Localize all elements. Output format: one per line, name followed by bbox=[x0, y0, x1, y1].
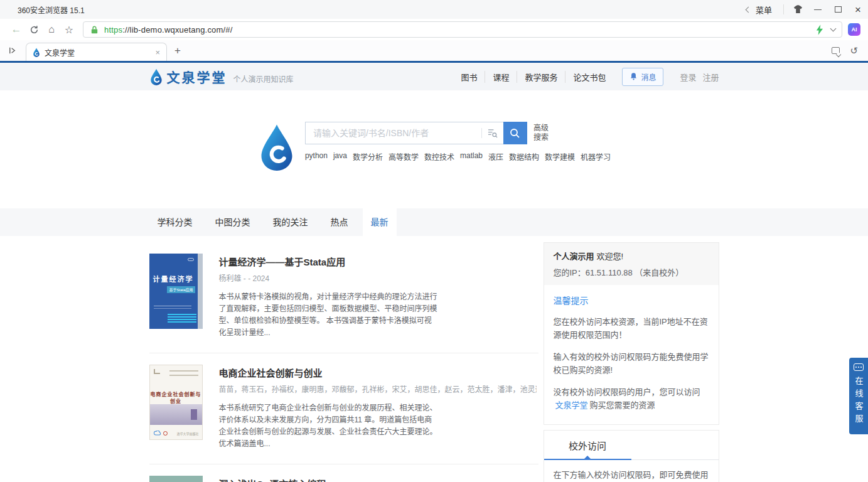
hot-keyword[interactable]: 数学分析 bbox=[353, 151, 383, 162]
browser-tab-title: 文泉学堂 bbox=[45, 47, 75, 58]
site-header: 文泉学堂 个人演示用知识库 图书 课程 教学服务 论文书包 消息 登录 注册 bbox=[0, 63, 868, 90]
cover-title: 电商企业社会创新与创业 bbox=[150, 390, 202, 404]
auth-links: 登录 注册 bbox=[680, 71, 719, 83]
book-cover[interactable]: 深入浅出 Go语言核心编程 bbox=[149, 476, 203, 482]
magnifier-icon bbox=[510, 128, 520, 139]
tab-clc-category[interactable]: 中图分类 bbox=[207, 208, 259, 236]
tip-text: 您在校外访问本校资源，当前IP地址不在资源使用权限范围内！ bbox=[554, 315, 709, 341]
refresh-icon bbox=[29, 25, 39, 35]
bookmark-button[interactable]: ☆ bbox=[60, 21, 78, 38]
combined-search-icon[interactable] bbox=[482, 128, 503, 138]
hot-keyword[interactable]: 数学建模 bbox=[545, 151, 575, 162]
tab-hot[interactable]: 热点 bbox=[323, 208, 356, 236]
hot-keywords: python java 数学分析 高等数学 数控技术 matlab 液压 数据结… bbox=[305, 151, 611, 162]
bell-icon bbox=[630, 72, 638, 81]
welcome-card: 个人演示用欢迎您! 您的IP：61.51.110.88 （来自校外） 温馨提示 … bbox=[544, 242, 719, 425]
tab-close-button[interactable]: × bbox=[155, 48, 160, 57]
nav-item-teaching[interactable]: 教学服务 bbox=[517, 71, 565, 83]
maximize-button[interactable] bbox=[828, 0, 848, 19]
tab-subject-category[interactable]: 学科分类 bbox=[149, 208, 201, 236]
search-button[interactable] bbox=[503, 122, 527, 144]
hot-keyword[interactable]: 液压 bbox=[488, 151, 503, 162]
back-icon: ← bbox=[11, 23, 22, 36]
site-logo-icon[interactable] bbox=[149, 68, 163, 85]
theme-skin-button[interactable] bbox=[788, 0, 808, 19]
tip-text: 没有校外访问权限码的用户，您可以访问文泉学堂购买您需要的资源 bbox=[554, 385, 709, 412]
wqxuetang-link[interactable]: 文泉学堂 bbox=[555, 400, 588, 410]
close-icon: × bbox=[855, 4, 861, 15]
cover-cloud-logo-icon bbox=[188, 258, 194, 261]
hot-keyword[interactable]: 数控技术 bbox=[424, 151, 454, 162]
restore-tab-icon[interactable]: ↺ bbox=[850, 45, 858, 56]
book-title[interactable]: 计量经济学——基于Stata应用 bbox=[219, 255, 437, 268]
online-service-button[interactable]: 在线客服 bbox=[849, 358, 868, 434]
ip-line: 您的IP：61.51.110.88 （来自校外） bbox=[554, 266, 709, 278]
tab-offcampus-access[interactable]: 校外访问 bbox=[544, 431, 631, 459]
online-service-label: 在线客服 bbox=[853, 377, 865, 427]
tips-title[interactable]: 温馨提示 bbox=[554, 294, 709, 306]
tabstrip-actions: ↺ bbox=[832, 45, 860, 56]
welcome-block: 个人演示用欢迎您! 您的IP：61.51.110.88 （来自校外） bbox=[544, 243, 719, 285]
cover-footer-lines bbox=[154, 306, 191, 309]
menu-button[interactable]: 菜单 bbox=[756, 4, 772, 16]
category-tabbar: 学科分类 中图分类 我的关注 热点 最新 bbox=[0, 208, 868, 236]
login-link[interactable]: 登录 bbox=[680, 71, 696, 83]
access-tabs: 校外访问 bbox=[544, 431, 719, 460]
tab-list-icon[interactable] bbox=[832, 47, 840, 54]
new-tab-button[interactable]: + bbox=[174, 45, 181, 57]
window-title: 360安全浏览器 15.1 bbox=[18, 4, 85, 15]
hot-keyword[interactable]: java bbox=[333, 151, 347, 162]
book-title[interactable]: 电商企业社会创新与创业 bbox=[219, 366, 537, 379]
addressbar-actions bbox=[815, 24, 835, 35]
register-link[interactable]: 注册 bbox=[702, 71, 719, 83]
hot-keyword[interactable]: 机器学习 bbox=[581, 151, 611, 162]
book-cover[interactable]: 电商企业社会创新与创业 清华大学出版社 bbox=[149, 365, 203, 440]
speed-lightning-icon[interactable] bbox=[815, 24, 823, 35]
browser-toolbar: ← ⌂ ☆ https://lib-demo.wqxuetang.com/#/ … bbox=[0, 19, 868, 40]
search-input-wrap bbox=[305, 122, 503, 144]
cover-publisher: 清华大学出版社 bbox=[176, 431, 198, 436]
minimize-button[interactable] bbox=[808, 0, 828, 19]
book-title[interactable]: 深入浅出Go语言核心编程 bbox=[219, 477, 437, 482]
star-icon: ☆ bbox=[65, 24, 73, 36]
home-icon: ⌂ bbox=[48, 24, 55, 35]
book-item: 电商企业社会创新与创业 清华大学出版社 电商企业社会创新与创业 苗苗，蒋玉石，孙… bbox=[149, 353, 538, 464]
hot-keyword[interactable]: python bbox=[305, 151, 328, 162]
advanced-search-link[interactable]: 高级搜索 bbox=[533, 124, 549, 142]
address-bar[interactable]: https://lib-demo.wqxuetang.com/#/ bbox=[83, 21, 842, 38]
search-input[interactable] bbox=[306, 128, 481, 138]
welcome-line: 个人演示用欢迎您! bbox=[554, 250, 709, 262]
nav-item-books[interactable]: 图书 bbox=[453, 71, 485, 83]
site-name[interactable]: 文泉学堂 bbox=[167, 67, 227, 86]
tab-my-follows[interactable]: 我的关注 bbox=[265, 208, 316, 236]
ai-assistant-button[interactable]: AI bbox=[848, 23, 860, 36]
close-window-button[interactable]: × bbox=[848, 0, 868, 19]
sidebar-expander-button[interactable] bbox=[8, 46, 17, 55]
url-dropdown-icon[interactable] bbox=[830, 26, 837, 32]
offcampus-access-card: 校外访问 在下方输入校外访问权限码，即可免费使用学校已购买的资源。 进入 bbox=[544, 430, 719, 482]
back-button[interactable]: ← bbox=[8, 21, 25, 38]
tab-latest[interactable]: 最新 bbox=[363, 208, 397, 236]
book-cover[interactable]: 计量经济学 基于Stata应用 bbox=[149, 254, 203, 329]
cover-spine bbox=[198, 254, 203, 329]
browser-tabstrip: 文泉学堂 × + ↺ bbox=[0, 40, 868, 61]
nav-item-courses[interactable]: 课程 bbox=[485, 71, 517, 83]
url-text[interactable]: https://lib-demo.wqxuetang.com/#/ bbox=[104, 25, 233, 35]
titlebar-divider bbox=[783, 4, 784, 14]
hot-keyword[interactable]: matlab bbox=[460, 151, 483, 162]
nav-item-papers[interactable]: 论文书包 bbox=[565, 71, 613, 83]
browser-titlebar: 360安全浏览器 15.1 菜单 × bbox=[0, 0, 868, 19]
browser-tab[interactable]: 文泉学堂 × bbox=[26, 43, 167, 61]
tips-block: 温馨提示 您在校外访问本校资源，当前IP地址不在资源使用权限范围内！ 输入有效的… bbox=[544, 285, 719, 424]
hot-keyword[interactable]: 高等数学 bbox=[388, 151, 419, 162]
refresh-button[interactable] bbox=[25, 21, 43, 38]
cover-title: 计量经济学 bbox=[149, 274, 203, 284]
menu-chevron-icon[interactable] bbox=[746, 6, 752, 13]
sidebar: 个人演示用欢迎您! 您的IP：61.51.110.88 （来自校外） 温馨提示 … bbox=[544, 242, 719, 482]
hot-keyword[interactable]: 数据结构 bbox=[509, 151, 539, 162]
search-section: 高级搜索 python java 数学分析 高等数学 数控技术 matlab 液… bbox=[0, 90, 868, 208]
cover-cloud-logo-icon bbox=[154, 431, 161, 436]
cover-press-seal-icon bbox=[163, 431, 168, 436]
message-button[interactable]: 消息 bbox=[622, 68, 663, 86]
home-button[interactable]: ⌂ bbox=[43, 21, 60, 38]
